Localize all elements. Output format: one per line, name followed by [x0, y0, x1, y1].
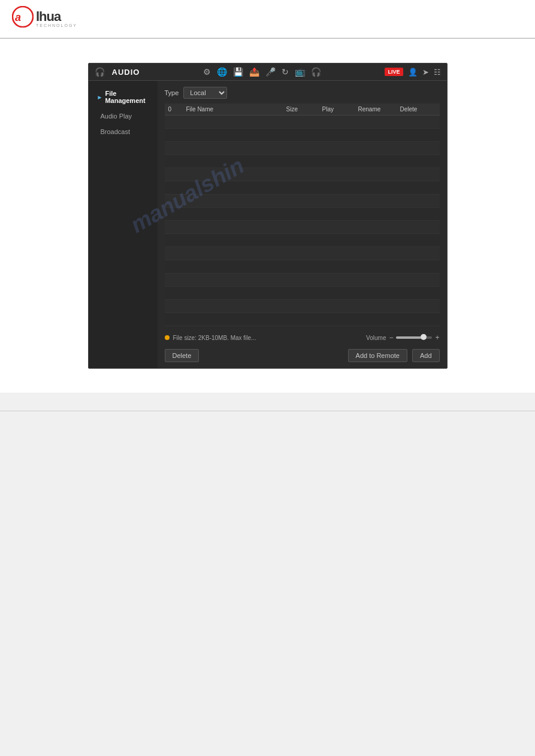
table-row: [165, 208, 440, 221]
toolbar-right-icons: 👤 ➤ ☷: [408, 68, 441, 77]
upload-icon[interactable]: 📤: [249, 67, 259, 77]
logo: a lhua TECHNOLOGY: [12, 6, 77, 32]
refresh-icon[interactable]: ↻: [282, 67, 289, 77]
toolbar: 🎧 AUDIO ⚙ 🌐 💾 📤 🎤 ↻ 📺 🎧 LIVE 👤: [89, 63, 447, 81]
user-icon[interactable]: 👤: [408, 68, 418, 77]
type-label: Type: [165, 89, 179, 96]
audio-icon[interactable]: 🎤: [265, 67, 276, 77]
table-row: [165, 247, 440, 260]
button-row: Delete Add to Remote Add: [165, 349, 440, 362]
type-select[interactable]: Local Remote: [183, 87, 227, 99]
volume-slider-track[interactable]: [396, 336, 432, 339]
btn-group: Add to Remote Add: [348, 349, 440, 362]
footer-info: File size: 2KB-10MB. Max file... Volume …: [165, 333, 440, 342]
table-row: [165, 260, 440, 274]
table-row: [165, 142, 440, 155]
file-table: 0 File Name Size Play Rename Delete: [165, 104, 440, 326]
table-row: [165, 287, 440, 300]
hdd-icon[interactable]: 💾: [233, 67, 243, 77]
table-row: [165, 195, 440, 208]
col-filename: File Name: [186, 106, 286, 113]
toolbar-title: AUDIO: [112, 68, 140, 77]
logo-brand: lhua: [36, 10, 77, 23]
main-panel: Type Local Remote 0 File Name Size Play: [158, 81, 447, 368]
sidebar-item-broadcast[interactable]: Broadcast: [89, 124, 158, 139]
table-rows: [165, 116, 440, 326]
page-header: a lhua TECHNOLOGY: [0, 0, 535, 39]
col-size: Size: [286, 106, 322, 113]
delete-button[interactable]: Delete: [165, 349, 200, 362]
volume-label: Volume: [366, 335, 386, 341]
arrow-icon: ►: [97, 94, 103, 101]
table-row: [165, 221, 440, 234]
volume-minus-button[interactable]: −: [389, 333, 393, 342]
table-row: [165, 274, 440, 287]
sidebar-item-label: File Management: [105, 90, 151, 104]
table-header: 0 File Name Size Play Rename Delete: [165, 104, 440, 116]
window-body: ► File Management Audio Play Broadcast T…: [89, 81, 447, 368]
headphone-icon[interactable]: 🎧: [95, 67, 105, 77]
volume-plus-button[interactable]: +: [435, 333, 439, 342]
headset-icon[interactable]: 🎧: [311, 67, 321, 77]
info-text: File size: 2KB-10MB. Max file...: [173, 335, 363, 341]
main-content: manualshin 🎧 AUDIO ⚙ 🌐 💾 📤 🎤 ↻ 📺: [0, 39, 535, 393]
type-row: Type Local Remote: [165, 87, 440, 99]
logo-text: lhua TECHNOLOGY: [36, 10, 77, 28]
volume-slider-thumb[interactable]: [421, 334, 427, 340]
table-row: [165, 168, 440, 181]
grid-icon[interactable]: ☷: [434, 68, 441, 77]
gear-icon[interactable]: ⚙: [203, 67, 211, 77]
table-row: [165, 300, 440, 313]
table-row: [165, 116, 440, 129]
live-badge: LIVE: [385, 68, 403, 76]
add-button[interactable]: Add: [412, 349, 440, 362]
toolbar-left: 🎧 AUDIO: [95, 67, 140, 77]
table-row: [165, 313, 440, 326]
page-footer: [0, 411, 535, 411]
audio-play-label: Audio Play: [101, 113, 132, 120]
volume-area: Volume − +: [366, 333, 439, 342]
sidebar-item-audio-play[interactable]: Audio Play: [89, 108, 158, 124]
exit-icon[interactable]: ➤: [422, 68, 429, 77]
ui-window: 🎧 AUDIO ⚙ 🌐 💾 📤 🎤 ↻ 📺 🎧 LIVE 👤: [88, 63, 448, 369]
table-row: [165, 129, 440, 142]
table-row: [165, 234, 440, 247]
col-number: 0: [168, 106, 186, 113]
table-row: [165, 155, 440, 168]
sidebar: ► File Management Audio Play Broadcast: [89, 81, 158, 368]
add-to-remote-button[interactable]: Add to Remote: [348, 349, 407, 362]
col-rename: Rename: [358, 106, 400, 113]
toolbar-icons: ⚙ 🌐 💾 📤 🎤 ↻ 📺 🎧: [203, 67, 321, 77]
globe-icon[interactable]: 🌐: [217, 67, 227, 77]
logo-icon: a: [12, 6, 34, 32]
sidebar-item-file-management[interactable]: ► File Management: [89, 86, 158, 108]
col-delete: Delete: [400, 106, 436, 113]
svg-text:a: a: [15, 11, 21, 23]
table-row: [165, 181, 440, 195]
monitor-icon[interactable]: 📺: [295, 67, 305, 77]
info-dot: [165, 335, 170, 340]
logo-tagline: TECHNOLOGY: [36, 23, 77, 28]
volume-slider-fill: [396, 336, 421, 339]
toolbar-right: LIVE 👤 ➤ ☷: [385, 68, 440, 77]
broadcast-label: Broadcast: [101, 128, 131, 135]
col-play: Play: [322, 106, 358, 113]
